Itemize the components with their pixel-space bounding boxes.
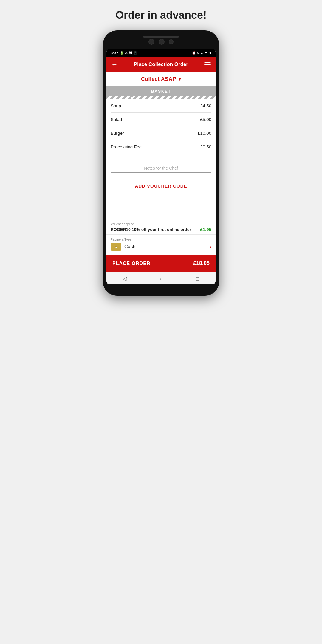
- voucher-row: ROGER10 10% off your first online order …: [111, 227, 211, 232]
- voucher-applied-section: Voucher applied ROGER10 10% off your fir…: [106, 218, 216, 234]
- item-price-processing-fee: £0.50: [200, 144, 211, 149]
- item-name-burger: Burger: [111, 131, 124, 136]
- svg-text:$: $: [115, 246, 117, 249]
- page-title: Order in advance!: [115, 6, 207, 21]
- nav-home-icon[interactable]: ○: [160, 276, 163, 282]
- cash-icon: $: [111, 243, 121, 251]
- phone-icon: 📱: [134, 51, 137, 55]
- item-price-salad: £5.00: [200, 117, 211, 122]
- basket-item-burger: Burger £10.00: [111, 126, 211, 140]
- nav-recents-icon[interactable]: □: [196, 276, 199, 282]
- camera-lens-2: [159, 39, 165, 45]
- status-left: 3:37 🔋 ⚠ 🖼 📱: [111, 51, 137, 55]
- voucher-applied-label: Voucher applied: [111, 222, 211, 226]
- status-time: 3:37: [111, 51, 118, 55]
- signal-icon: ▲: [200, 51, 203, 55]
- voucher-code-desc: ROGER10 10% off your first online order: [111, 227, 197, 232]
- camera-lens: [148, 39, 154, 45]
- basket-items: Soup £4.50 Salad £5.00 Burger £10.00 Pro…: [106, 99, 216, 154]
- item-price-burger: £10.00: [198, 131, 211, 136]
- menu-line-1: [204, 62, 211, 63]
- battery-icon: 🔋: [120, 51, 123, 55]
- place-order-button[interactable]: PLACE ORDER £18.05: [106, 255, 216, 272]
- payment-name: Cash: [124, 244, 135, 250]
- voucher-discount: - £1.95: [197, 227, 211, 232]
- payment-row: $ Cash ›: [111, 243, 211, 251]
- item-name-salad: Salad: [111, 117, 122, 122]
- place-order-price: £18.05: [193, 260, 210, 267]
- back-button[interactable]: ←: [111, 61, 118, 68]
- status-bar: 3:37 🔋 ⚠ 🖼 📱 ⏰ N ▲ ▼ ◑: [106, 49, 216, 57]
- payment-section[interactable]: Payment Type $ Cash ›: [106, 234, 216, 255]
- basket-item-soup: Soup £4.50: [111, 99, 211, 113]
- menu-button[interactable]: [204, 62, 211, 66]
- camera-area: [106, 36, 216, 47]
- collect-asap-button[interactable]: Collect ASAP ▾: [106, 72, 216, 86]
- basket-item-salad: Salad £5.00: [111, 113, 211, 126]
- voucher-section[interactable]: ADD VOUCHER CODE: [106, 178, 216, 194]
- battery-status-icon: ◑: [209, 51, 211, 55]
- wifi-icon: ▼: [205, 51, 208, 55]
- add-voucher-button[interactable]: ADD VOUCHER CODE: [135, 183, 187, 188]
- item-price-soup: £4.50: [200, 103, 211, 108]
- header-title: Place Collection Order: [118, 61, 204, 67]
- basket-header: BASKET: [106, 86, 216, 96]
- image-icon: 🖼: [129, 51, 132, 55]
- menu-line-2: [204, 64, 211, 65]
- payment-left: $ Cash: [111, 243, 135, 251]
- spacer-1: [106, 154, 216, 158]
- status-icons-right: ⏰ N ▲ ▼ ◑: [192, 51, 211, 55]
- notes-section: [106, 161, 216, 177]
- basket-zigzag: [106, 96, 216, 99]
- alarm-icon: ⏰: [192, 51, 196, 55]
- phone-frame: 3:37 🔋 ⚠ 🖼 📱 ⏰ N ▲ ▼ ◑ ← Place Collectio…: [103, 30, 219, 296]
- payment-label: Payment Type: [111, 238, 211, 241]
- app-header: ← Place Collection Order: [106, 57, 216, 72]
- nav-back-icon[interactable]: ◁: [123, 275, 127, 282]
- item-name-processing-fee: Processing Fee: [111, 144, 142, 149]
- basket-item-processing-fee: Processing Fee £0.50: [111, 140, 211, 154]
- phone-bottom-bar: [106, 284, 216, 290]
- notes-input[interactable]: [111, 166, 211, 173]
- camera-dot: [169, 39, 174, 44]
- place-order-label: PLACE ORDER: [112, 261, 150, 266]
- bottom-nav: ◁ ○ □: [106, 272, 216, 284]
- collect-asap-text: Collect ASAP: [141, 76, 176, 82]
- payment-chevron-icon: ›: [210, 244, 211, 250]
- spacer-2: [106, 194, 216, 206]
- menu-line-3: [204, 66, 211, 66]
- warning-icon: ⚠: [125, 51, 128, 55]
- item-name-soup: Soup: [111, 103, 121, 108]
- collect-chevron-icon: ▾: [179, 76, 181, 82]
- phone-screen: 3:37 🔋 ⚠ 🖼 📱 ⏰ N ▲ ▼ ◑ ← Place Collectio…: [106, 49, 216, 284]
- nfc-icon: N: [197, 51, 199, 55]
